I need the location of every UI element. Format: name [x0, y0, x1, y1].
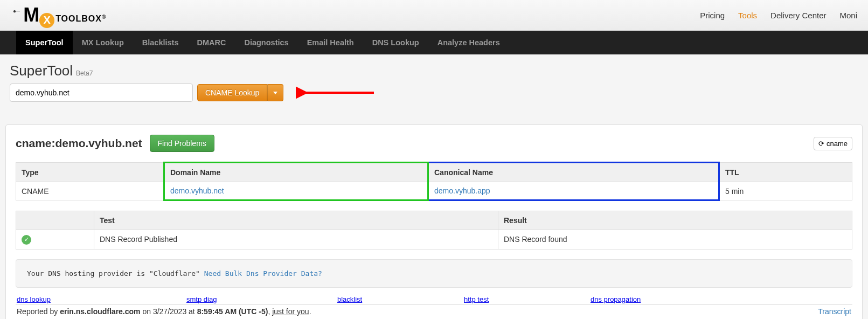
results-card: cname:demo.vyhub.net Find Problems ⟳ cna… — [5, 124, 863, 319]
logo-toolbox: TOOLBOX® — [55, 14, 106, 24]
page-title: SuperTool — [10, 63, 73, 79]
topnav-tools[interactable]: Tools — [738, 11, 757, 20]
th-type: Type — [16, 163, 164, 182]
table-row: CNAME demo.vyhub.net demo.vyhub.app 5 mi… — [16, 182, 852, 200]
provider-text: Your DNS hosting provider is "Cloudflare… — [27, 269, 204, 278]
reported-row: Reported by erin.ns.cloudflare.com on 3/… — [16, 304, 852, 316]
td-status: ✓ — [16, 230, 94, 249]
canonical-link[interactable]: demo.vyhub.app — [434, 186, 490, 195]
page-header: SuperTool Beta7 CNAME Lookup — [0, 54, 868, 108]
th-status — [16, 211, 94, 230]
tab-mx-lookup[interactable]: MX Lookup — [73, 31, 133, 54]
refresh-label: cname — [827, 140, 848, 148]
retest-links: dns lookup smtp diag blacklist http test… — [16, 295, 852, 303]
tab-dmarc[interactable]: DMARC — [188, 31, 235, 54]
domain-link[interactable]: demo.vyhub.net — [170, 186, 224, 195]
check-icon: ✓ — [22, 235, 31, 245]
tab-supertool[interactable]: SuperTool — [16, 31, 73, 54]
tab-dns-lookup[interactable]: DNS Lookup — [363, 31, 428, 54]
top-bar: ●─ M X TOOLBOX® Pricing Tools Delivery C… — [0, 0, 868, 31]
find-problems-button[interactable]: Find Problems — [150, 135, 214, 152]
provider-info: Your DNS hosting provider is "Cloudflare… — [16, 259, 852, 288]
refresh-icon: ⟳ — [818, 140, 824, 148]
td-canonical-name: demo.vyhub.app — [428, 182, 719, 200]
tab-blacklists[interactable]: Blacklists — [133, 31, 188, 54]
th-ttl: TTL — [719, 163, 852, 182]
tool-nav: SuperTool MX Lookup Blacklists DMARC Dia… — [0, 31, 868, 54]
th-result: Result — [498, 211, 852, 230]
topnav-delivery-center[interactable]: Delivery Center — [770, 11, 826, 20]
lookup-button[interactable]: CNAME Lookup — [197, 84, 267, 101]
reported-text: Reported by erin.ns.cloudflare.com on 3/… — [17, 307, 311, 316]
logo-x-icon: X — [39, 13, 54, 28]
transcript-link[interactable]: Transcript — [818, 307, 851, 316]
retest-blacklist[interactable]: blacklist — [337, 295, 464, 303]
result-title: cname:demo.vyhub.net — [16, 137, 142, 150]
beta-badge: Beta7 — [76, 70, 93, 77]
retest-dns-propagation[interactable]: dns propagation — [591, 295, 641, 303]
logo[interactable]: ●─ M X TOOLBOX® — [16, 4, 106, 26]
td-domain-name: demo.vyhub.net — [164, 182, 428, 200]
retest-http-test[interactable]: http test — [464, 295, 591, 303]
th-canonical-name: Canonical Name — [428, 163, 719, 182]
td-type: CNAME — [16, 182, 164, 200]
logo-m: M — [23, 4, 38, 26]
td-ttl: 5 min — [719, 182, 852, 200]
th-test: Test — [94, 211, 498, 230]
domain-input[interactable] — [10, 84, 193, 102]
test-table: Test Result ✓ DNS Record Published DNS R… — [16, 211, 852, 249]
th-domain-name: Domain Name — [164, 163, 428, 182]
just-for-you-link[interactable]: just for you — [272, 307, 309, 316]
caret-down-icon — [273, 92, 277, 94]
td-result: DNS Record found — [498, 230, 852, 249]
refresh-button[interactable]: ⟳ cname — [814, 137, 852, 150]
annotation-arrow — [296, 86, 377, 99]
bulk-data-link[interactable]: Need Bulk Dns Provider Data? — [204, 269, 322, 278]
topnav-pricing[interactable]: Pricing — [700, 11, 725, 20]
retest-smtp-diag[interactable]: smtp diag — [186, 295, 337, 303]
lookup-dropdown-toggle[interactable] — [267, 84, 283, 101]
cname-table: Type Domain Name Canonical Name TTL CNAM… — [16, 162, 852, 201]
retest-dns-lookup[interactable]: dns lookup — [17, 295, 186, 303]
topnav-monitoring[interactable]: Moni — [839, 11, 857, 20]
tab-analyze-headers[interactable]: Analyze Headers — [428, 31, 509, 54]
tab-email-health[interactable]: Email Health — [298, 31, 363, 54]
lookup-button-group: CNAME Lookup — [197, 84, 283, 101]
td-test: DNS Record Published — [94, 230, 498, 249]
table-row: ✓ DNS Record Published DNS Record found — [16, 230, 852, 249]
tab-diagnostics[interactable]: Diagnostics — [235, 31, 297, 54]
top-nav: Pricing Tools Delivery Center Moni — [700, 11, 857, 20]
